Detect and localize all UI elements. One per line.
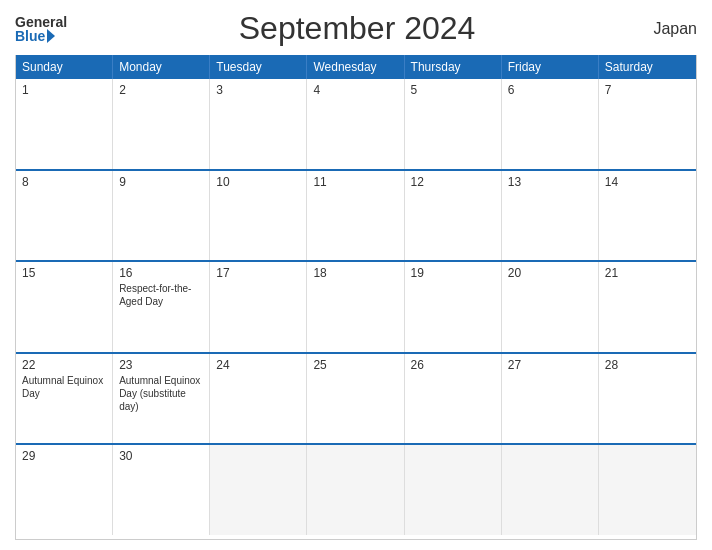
day-sep-14: 14	[599, 171, 696, 261]
day-sep-9: 9	[113, 171, 210, 261]
header-friday: Friday	[502, 55, 599, 79]
week-4: 22 Autumnal Equinox Day 23 Autumnal Equi…	[16, 354, 696, 446]
day-sep-17: 17	[210, 262, 307, 352]
day-num: 27	[508, 358, 592, 372]
day-num: 26	[411, 358, 495, 372]
day-num: 4	[313, 83, 397, 97]
weeks-container: 1 2 3 4 5 6 7 8 9 10 11 12 13 14 15	[16, 79, 696, 535]
day-num: 1	[22, 83, 106, 97]
day-sep-29: 29	[16, 445, 113, 535]
day-sep-11: 11	[307, 171, 404, 261]
day-num: 29	[22, 449, 106, 463]
header-saturday: Saturday	[599, 55, 696, 79]
day-sep-25: 25	[307, 354, 404, 444]
day-num: 17	[216, 266, 300, 280]
day-sep-28: 28	[599, 354, 696, 444]
day-sep-19: 19	[405, 262, 502, 352]
day-num: 21	[605, 266, 690, 280]
header: General Blue September 2024 Japan	[15, 10, 697, 47]
day-empty-4	[502, 445, 599, 535]
day-sep-13: 13	[502, 171, 599, 261]
holiday-autumnal-equinox: Autumnal Equinox Day	[22, 374, 106, 400]
day-num: 14	[605, 175, 690, 189]
day-sep-24: 24	[210, 354, 307, 444]
day-num: 18	[313, 266, 397, 280]
day-num: 25	[313, 358, 397, 372]
day-num: 30	[119, 449, 203, 463]
day-sep-3: 3	[210, 79, 307, 169]
day-num: 12	[411, 175, 495, 189]
header-sunday: Sunday	[16, 55, 113, 79]
day-sep-30: 30	[113, 445, 210, 535]
week-1: 1 2 3 4 5 6 7	[16, 79, 696, 171]
day-num: 8	[22, 175, 106, 189]
day-sep-16: 16 Respect-for-the-Aged Day	[113, 262, 210, 352]
day-empty-2	[307, 445, 404, 535]
logo-triangle-icon	[47, 29, 55, 43]
logo-general-text: General	[15, 15, 67, 29]
day-num: 23	[119, 358, 203, 372]
day-sep-2: 2	[113, 79, 210, 169]
calendar-grid: Sunday Monday Tuesday Wednesday Thursday…	[15, 55, 697, 540]
day-empty-5	[599, 445, 696, 535]
calendar-page: General Blue September 2024 Japan Sunday…	[0, 0, 712, 550]
logo: General Blue	[15, 15, 67, 43]
day-headers-row: Sunday Monday Tuesday Wednesday Thursday…	[16, 55, 696, 79]
week-2: 8 9 10 11 12 13 14	[16, 171, 696, 263]
day-sep-22: 22 Autumnal Equinox Day	[16, 354, 113, 444]
day-num: 5	[411, 83, 495, 97]
day-num: 16	[119, 266, 203, 280]
day-num: 28	[605, 358, 690, 372]
day-empty-3	[405, 445, 502, 535]
header-monday: Monday	[113, 55, 210, 79]
calendar-title: September 2024	[67, 10, 647, 47]
day-num: 10	[216, 175, 300, 189]
day-num: 3	[216, 83, 300, 97]
day-sep-6: 6	[502, 79, 599, 169]
day-sep-21: 21	[599, 262, 696, 352]
day-sep-26: 26	[405, 354, 502, 444]
week-5: 29 30	[16, 445, 696, 535]
day-sep-20: 20	[502, 262, 599, 352]
day-empty-1	[210, 445, 307, 535]
day-sep-23: 23 Autumnal Equinox Day (substitute day)	[113, 354, 210, 444]
day-sep-4: 4	[307, 79, 404, 169]
day-sep-18: 18	[307, 262, 404, 352]
day-num: 11	[313, 175, 397, 189]
day-sep-10: 10	[210, 171, 307, 261]
day-sep-5: 5	[405, 79, 502, 169]
day-num: 6	[508, 83, 592, 97]
country-label: Japan	[647, 20, 697, 38]
logo-blue-container: Blue	[15, 29, 55, 43]
day-sep-1: 1	[16, 79, 113, 169]
day-num: 7	[605, 83, 690, 97]
day-sep-7: 7	[599, 79, 696, 169]
day-num: 15	[22, 266, 106, 280]
logo-blue-text: Blue	[15, 29, 45, 43]
header-wednesday: Wednesday	[307, 55, 404, 79]
day-num: 20	[508, 266, 592, 280]
day-sep-27: 27	[502, 354, 599, 444]
day-num: 24	[216, 358, 300, 372]
header-thursday: Thursday	[405, 55, 502, 79]
holiday-respect-aged: Respect-for-the-Aged Day	[119, 282, 203, 308]
day-sep-12: 12	[405, 171, 502, 261]
holiday-autumnal-equinox-sub: Autumnal Equinox Day (substitute day)	[119, 374, 203, 413]
day-num: 22	[22, 358, 106, 372]
week-3: 15 16 Respect-for-the-Aged Day 17 18 19 …	[16, 262, 696, 354]
day-num: 2	[119, 83, 203, 97]
day-num: 19	[411, 266, 495, 280]
day-sep-15: 15	[16, 262, 113, 352]
day-num: 13	[508, 175, 592, 189]
day-num: 9	[119, 175, 203, 189]
day-sep-8: 8	[16, 171, 113, 261]
header-tuesday: Tuesday	[210, 55, 307, 79]
